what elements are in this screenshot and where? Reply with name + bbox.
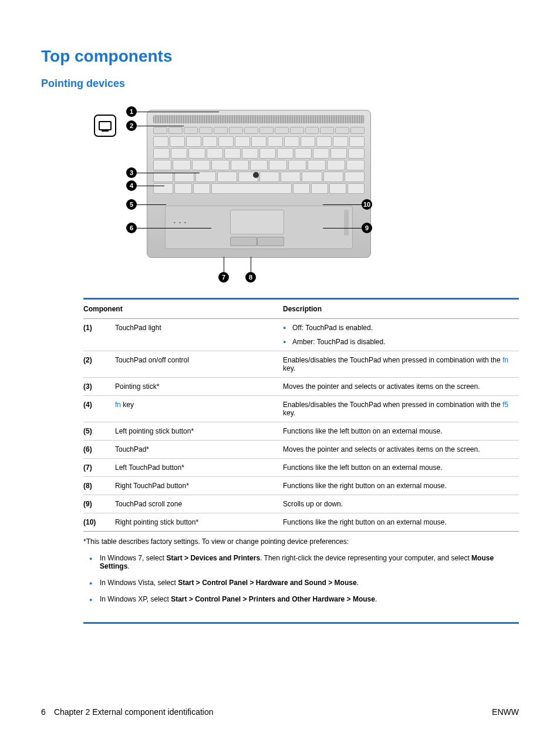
- table-row: (8)Right TouchPad button*Functions like …: [83, 477, 519, 495]
- callout-2: 2: [126, 120, 137, 131]
- row-component: Pointing stick*: [115, 378, 283, 396]
- row-component: TouchPad light: [115, 319, 283, 351]
- page-title: Top components: [41, 47, 519, 66]
- row-number: (9): [83, 495, 115, 513]
- row-number: (7): [83, 459, 115, 477]
- footnote-intro: *This table describes factory settings. …: [83, 537, 519, 546]
- row-description: Moves the pointer and selects or activat…: [283, 441, 519, 459]
- row-description: Functions like the right button on an ex…: [283, 513, 519, 532]
- table-row: (7)Left TouchPad button*Functions like t…: [83, 459, 519, 477]
- callout-7: 7: [218, 272, 229, 283]
- row-component: fn key: [115, 396, 283, 422]
- table-row: (6)TouchPad*Moves the pointer and select…: [83, 441, 519, 459]
- row-description: Moves the pointer and selects or activat…: [283, 378, 519, 396]
- section-title: Pointing devices: [41, 78, 519, 90]
- table-row: (10)Right pointing stick button*Function…: [83, 513, 519, 532]
- row-description: Functions like the left button on an ext…: [283, 422, 519, 441]
- components-table: Component Description (1)TouchPad lightO…: [83, 298, 519, 532]
- touchpad-icon: [94, 115, 116, 137]
- callout-1: 1: [126, 106, 137, 117]
- row-number: (10): [83, 513, 115, 532]
- row-description: Functions like the right button on an ex…: [283, 477, 519, 495]
- callout-3: 3: [126, 167, 137, 178]
- th-description: Description: [283, 299, 519, 319]
- table-row: (1)TouchPad lightOff: TouchPad is enable…: [83, 319, 519, 351]
- callout-10: 10: [362, 199, 372, 210]
- chapter-label: Chapter 2 External component identificat…: [54, 707, 214, 717]
- callout-5: 5: [126, 199, 137, 210]
- row-description: Enables/disables the TouchPad when press…: [283, 351, 519, 378]
- row-component: Right pointing stick button*: [115, 513, 283, 532]
- table-row: (4)fn keyEnables/disables the TouchPad w…: [83, 396, 519, 422]
- row-component: TouchPad scroll zone: [115, 495, 283, 513]
- footnote-item: In Windows XP, select Start > Control Pa…: [83, 595, 519, 603]
- footnote-block: *This table describes factory settings. …: [83, 537, 519, 624]
- callout-4: 4: [126, 180, 137, 191]
- row-description: Off: TouchPad is enabled.Amber: TouchPad…: [283, 319, 519, 351]
- th-component: Component: [83, 299, 283, 319]
- lang-label: ENWW: [492, 707, 519, 717]
- row-number: (5): [83, 422, 115, 441]
- table-row: (3)Pointing stick*Moves the pointer and …: [83, 378, 519, 396]
- callout-9: 9: [362, 223, 372, 233]
- row-number: (6): [83, 441, 115, 459]
- callout-6: 6: [126, 223, 137, 233]
- footnote-item: In Windows 7, select Start > Devices and…: [83, 554, 519, 570]
- row-component: TouchPad on/off control: [115, 351, 283, 378]
- row-component: Left TouchPad button*: [115, 459, 283, 477]
- row-description: Enables/disables the TouchPad when press…: [283, 396, 519, 422]
- callout-8: 8: [245, 272, 256, 283]
- row-component: Right TouchPad button*: [115, 477, 283, 495]
- diagram-figure: • • • 1 2 3 4 5 6 7 8 9 10: [94, 98, 387, 286]
- page-footer: 6 Chapter 2 External component identific…: [41, 707, 519, 717]
- row-component: Left pointing stick button*: [115, 422, 283, 441]
- table-row: (9)TouchPad scroll zoneScrolls up or dow…: [83, 495, 519, 513]
- row-number: (1): [83, 319, 115, 351]
- table-row: (5)Left pointing stick button*Functions …: [83, 422, 519, 441]
- laptop-illustration: • • •: [147, 110, 371, 258]
- footnote-item: In Windows Vista, select Start > Control…: [83, 579, 519, 587]
- row-number: (8): [83, 477, 115, 495]
- row-description: Functions like the left button on an ext…: [283, 459, 519, 477]
- row-number: (4): [83, 396, 115, 422]
- table-row: (2)TouchPad on/off controlEnables/disabl…: [83, 351, 519, 378]
- page-number: 6: [41, 707, 52, 717]
- row-number: (2): [83, 351, 115, 378]
- row-description: Scrolls up or down.: [283, 495, 519, 513]
- row-component: TouchPad*: [115, 441, 283, 459]
- row-number: (3): [83, 378, 115, 396]
